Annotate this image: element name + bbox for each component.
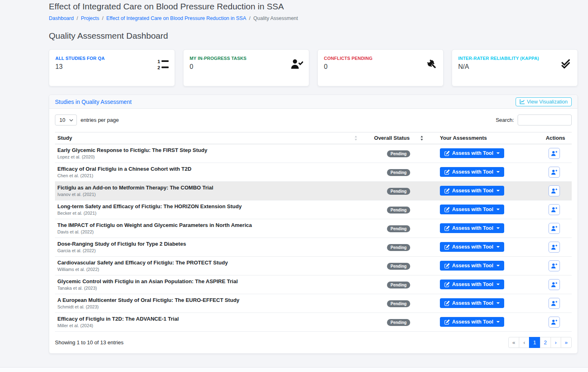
actions-cell [539, 275, 572, 294]
breadcrumb-link[interactable]: Projects [81, 15, 99, 21]
pagination: «‹12›» [508, 337, 572, 348]
actions-cell [539, 257, 572, 275]
search-label: Search: [496, 117, 514, 123]
studies-tbody: Early Glycemic Response to Fictiglu: The… [55, 144, 572, 332]
study-title: Efficacy of Fictiglu in T2D: The ADVANCE… [57, 316, 357, 322]
main-content: Effect of Integrated Care on Blood Press… [0, 0, 588, 354]
page-1-button[interactable]: 1 [529, 337, 540, 348]
status-cell: Pending [362, 294, 437, 313]
assign-reviewer-button[interactable] [549, 148, 560, 159]
column-header-study[interactable]: Study [55, 132, 362, 144]
assess-button-label: Assess with Tool [452, 244, 493, 250]
assess-button-label: Assess with Tool [452, 207, 493, 212]
assess-with-tool-button[interactable]: Assess with Tool [440, 205, 504, 214]
caret-down-icon [496, 321, 500, 323]
user-plus-icon [551, 319, 557, 325]
entries-per-page-value: 10 [59, 117, 65, 123]
assessments-cell: Assess with Tool [437, 200, 539, 219]
study-authors: Chen et al. (2021) [57, 173, 357, 178]
table-row: Glycemic Control with Fictiglu in an Asi… [55, 275, 572, 294]
last-page-button[interactable]: » [561, 337, 572, 348]
status-badge: Pending [387, 150, 410, 157]
status-badge: Pending [387, 244, 410, 251]
status-badge: Pending [387, 300, 410, 307]
stat-cards-row: ALL STUDIES FOR QA 13 1 2 MY IN-PROGRESS… [49, 49, 578, 86]
user-check-icon [291, 59, 303, 70]
assign-reviewer-button[interactable] [549, 242, 560, 253]
breadcrumb-link[interactable]: Effect of Integrated Care on Blood Press… [106, 15, 246, 21]
assess-with-tool-button[interactable]: Assess with Tool [440, 223, 504, 233]
next-page-button[interactable]: › [551, 337, 561, 348]
assign-reviewer-button[interactable] [549, 298, 560, 309]
page-2-button[interactable]: 2 [540, 337, 551, 348]
assessments-cell: Assess with Tool [437, 313, 539, 332]
assess-with-tool-button[interactable]: Assess with Tool [440, 261, 504, 271]
assessments-cell: Assess with Tool [437, 144, 539, 163]
study-authors: Miller et al. (2024) [57, 323, 357, 328]
page-title: Effect of Integrated Care on Blood Press… [49, 2, 578, 11]
breadcrumb: Dashboard/Projects/Effect of Integrated … [49, 15, 578, 21]
breadcrumb-separator: / [102, 15, 103, 21]
assess-with-tool-button[interactable]: Assess with Tool [440, 317, 504, 327]
breadcrumb-separator: / [77, 15, 78, 21]
status-badge: Pending [387, 169, 410, 176]
status-cell: Pending [362, 144, 437, 163]
assess-with-tool-button[interactable]: Assess with Tool [440, 280, 504, 289]
caret-down-icon [496, 246, 500, 248]
assessments-cell: Assess with Tool [437, 257, 539, 275]
table-header: Study Overall Status [55, 132, 572, 144]
breadcrumb-separator: / [249, 15, 250, 21]
table-row: Early Glycemic Response to Fictiglu: The… [55, 144, 572, 163]
study-authors: Garcia et al. (2022) [57, 248, 357, 253]
assess-with-tool-button[interactable]: Assess with Tool [440, 167, 504, 177]
assess-button-label: Assess with Tool [452, 319, 493, 325]
status-badge: Pending [387, 225, 410, 232]
assign-reviewer-button[interactable] [549, 223, 560, 234]
view-visualization-button[interactable]: View Visualization [516, 97, 572, 106]
breadcrumb-link[interactable]: Dashboard [49, 15, 74, 21]
assign-reviewer-button[interactable] [549, 279, 560, 290]
stat-label: ALL STUDIES FOR QA [55, 56, 168, 61]
assign-reviewer-button[interactable] [549, 204, 560, 215]
assessments-cell: Assess with Tool [437, 294, 539, 313]
assess-button-label: Assess with Tool [452, 225, 493, 231]
status-cell: Pending [362, 257, 437, 275]
status-cell: Pending [362, 163, 437, 182]
stat-card-all-studies: ALL STUDIES FOR QA 13 1 2 [49, 49, 175, 86]
actions-cell [539, 200, 572, 219]
study-cell: A European Multicenter Study of Oral Fic… [55, 294, 362, 313]
page-footer [0, 367, 588, 372]
assess-with-tool-button[interactable]: Assess with Tool [440, 242, 504, 252]
study-cell: Fictiglu as an Add-on to Metformin Thera… [55, 182, 362, 200]
stat-label: CONFLICTS PENDING [324, 56, 437, 61]
assign-reviewer-button[interactable] [549, 260, 560, 271]
edit-icon [444, 226, 450, 231]
table-row: Dose-Ranging Study of Fictiglu for Type … [55, 238, 572, 257]
entries-per-page-select[interactable]: 10 [55, 114, 77, 125]
column-header-overall-status[interactable]: Overall Status [362, 132, 437, 144]
user-plus-icon [551, 300, 557, 306]
study-authors: Williams et al. (2022) [57, 267, 357, 272]
study-cell: Long-term Safety and Efficacy of Fictigl… [55, 200, 362, 219]
search-input[interactable] [518, 114, 572, 125]
assign-reviewer-button[interactable] [549, 185, 560, 196]
assess-button-label: Assess with Tool [452, 150, 493, 156]
assess-with-tool-button[interactable]: Assess with Tool [440, 148, 504, 158]
user-plus-icon [551, 207, 557, 213]
assign-reviewer-button[interactable] [549, 317, 560, 328]
assess-with-tool-button[interactable]: Assess with Tool [440, 186, 504, 196]
actions-cell [539, 144, 572, 163]
edit-icon [444, 301, 450, 306]
assessments-cell: Assess with Tool [437, 238, 539, 257]
assess-button-label: Assess with Tool [452, 300, 493, 306]
edit-icon [444, 319, 450, 325]
status-badge: Pending [387, 207, 410, 214]
user-plus-icon [551, 263, 557, 269]
assign-reviewer-button[interactable] [549, 167, 560, 178]
ordered-list-icon: 1 2 [157, 59, 169, 70]
status-cell: Pending [362, 200, 437, 219]
status-badge: Pending [387, 282, 410, 288]
assess-with-tool-button[interactable]: Assess with Tool [440, 298, 504, 308]
stat-value: 13 [55, 63, 168, 70]
view-visualization-label: View Visualization [527, 99, 568, 105]
